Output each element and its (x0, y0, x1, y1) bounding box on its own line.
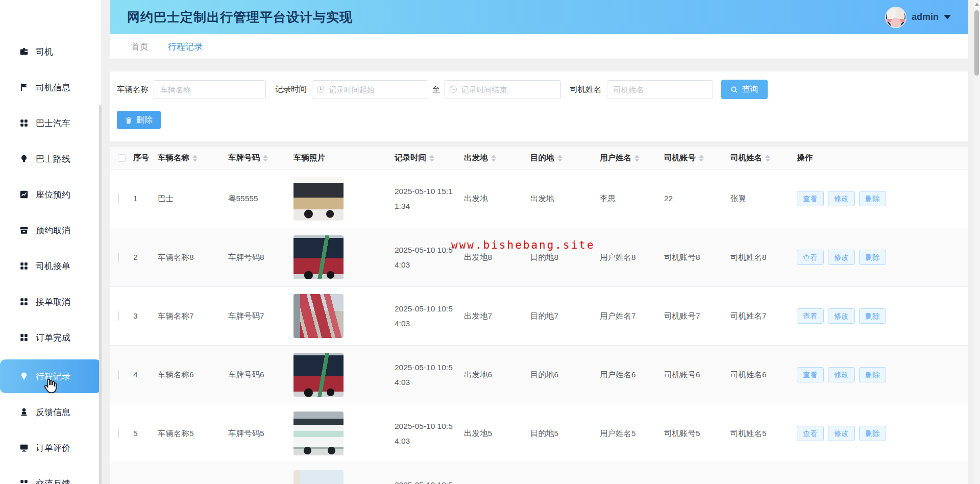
view-button[interactable]: 查看 (797, 426, 824, 441)
scroll-up-icon[interactable] (975, 3, 979, 6)
edit-button[interactable]: 修改 (828, 250, 855, 265)
edit-button[interactable]: 修改 (828, 191, 855, 206)
sort-icon[interactable] (634, 155, 640, 162)
user-menu[interactable]: admin (885, 7, 951, 28)
sort-icon[interactable] (429, 155, 434, 162)
tab-home[interactable]: 首页 (131, 41, 149, 53)
view-button[interactable]: 查看 (797, 308, 824, 324)
sidebar-item-driver[interactable]: 司机 (0, 35, 101, 68)
vehicle-photo (293, 353, 344, 397)
sidebar-item-label: 司机 (36, 46, 53, 58)
sidebar-item-exchange-feedback[interactable]: 交流反馈 (0, 467, 101, 484)
row-checkbox[interactable] (118, 370, 119, 379)
view-button[interactable]: 查看 (797, 367, 824, 382)
sort-icon[interactable] (765, 155, 770, 162)
sidebar-item-label: 行程记录 (36, 371, 70, 382)
sidebar-item-accept-cancel[interactable]: 接单取消 (0, 285, 101, 319)
cell-vehicle-name: 车辆名称8 (156, 252, 226, 263)
view-button[interactable]: 查看 (797, 191, 824, 206)
sidebar-item-driver-info[interactable]: 司机信息 (0, 70, 101, 104)
cell-user: 用户姓名8 (598, 252, 662, 263)
clock-icon (317, 86, 324, 93)
sort-icon[interactable] (699, 155, 704, 162)
sidebar-item-label: 订单完成 (36, 332, 70, 344)
delete-row-button[interactable]: 删除 (859, 250, 886, 265)
delete-row-button[interactable]: 删除 (859, 367, 886, 382)
cell-time: 2025-05-10 10:54:03 (393, 360, 462, 390)
cell-from: 出发地6 (462, 370, 528, 380)
cell-to: 目的地7 (528, 311, 598, 322)
vehicle-photo (293, 177, 344, 221)
sort-icon[interactable] (192, 155, 198, 162)
cell-user: 用户姓名6 (598, 370, 662, 380)
driver-name-input[interactable] (607, 80, 713, 99)
grid-icon (19, 297, 29, 306)
bulb-icon (19, 154, 29, 163)
col-actions: 操作 (797, 153, 813, 163)
sidebar-item-bus-route[interactable]: 巴士路线 (0, 142, 101, 176)
cell-to: 目的地5 (528, 428, 598, 439)
cell-driver-account: 司机账号7 (662, 311, 728, 322)
table-header-row: 序号 车辆名称 车牌号码 车辆照片 记录时间 出发地 目的地 用户姓名 司机账号… (110, 147, 968, 170)
record-time-label: 记录时间 (275, 84, 307, 95)
edit-button[interactable]: 修改 (828, 367, 855, 382)
sidebar-item-bus-vehicle[interactable]: 巴士汽车 (0, 106, 101, 140)
sidebar-item-feedback-info[interactable]: 反馈信息 (0, 395, 101, 429)
sidebar-scrollbar[interactable] (99, 105, 102, 484)
cell-driver-name: 司机姓名7 (728, 311, 795, 322)
cell-user: 李思 (598, 193, 662, 204)
delete-row-button[interactable]: 删除 (859, 308, 886, 324)
edit-button[interactable]: 修改 (828, 426, 855, 441)
row-checkbox[interactable] (118, 429, 119, 438)
tab-trip-records[interactable]: 行程记录 (168, 41, 203, 53)
sidebar-item-label: 座位预约 (36, 189, 70, 201)
table-row: 2 车辆名称8 车牌号码8 2025-05-10 10:54:03 出发地8 目… (110, 228, 968, 287)
sidebar-item-driver-accept[interactable]: 司机接单 (0, 249, 101, 283)
record-time-start-input[interactable] (312, 80, 428, 99)
view-button[interactable]: 查看 (797, 250, 824, 265)
cell-driver-name: 司机姓名6 (728, 370, 795, 380)
chart-icon (19, 190, 29, 199)
scrollbar-thumb[interactable] (974, 10, 979, 76)
sort-icon[interactable] (557, 155, 562, 162)
briefcase-icon (19, 47, 29, 56)
cell-plate: 车牌号码7 (226, 311, 291, 322)
row-checkbox[interactable] (118, 311, 119, 321)
delete-row-button[interactable]: 删除 (859, 191, 886, 206)
col-plate: 车牌号码 (228, 153, 260, 163)
record-time-end-input[interactable] (445, 80, 561, 99)
page-scrollbar[interactable] (973, 0, 980, 484)
sidebar-item-reservation-cancel[interactable]: 预约取消 (0, 213, 101, 247)
grid-icon (19, 118, 29, 128)
sort-icon[interactable] (263, 155, 268, 162)
sidebar-item-label: 反馈信息 (36, 406, 70, 418)
cell-from: 出发地7 (462, 311, 528, 322)
col-to: 目的地 (530, 153, 554, 163)
sidebar-item-seat-reservation[interactable]: 座位预约 (0, 178, 101, 211)
archive-icon (19, 226, 29, 235)
col-driver-name: 司机姓名 (730, 153, 762, 163)
avatar[interactable] (885, 7, 906, 28)
col-vehicle-name: 车辆名称 (158, 153, 189, 163)
cell-vehicle-name: 车辆名称5 (156, 428, 226, 439)
vehicle-name-input[interactable] (154, 80, 266, 99)
col-driver-account: 司机账号 (664, 153, 696, 163)
cell-user: 用户姓名5 (598, 428, 662, 439)
row-checkbox[interactable] (118, 253, 119, 262)
col-from: 出发地 (464, 153, 488, 163)
select-all-checkbox[interactable] (118, 154, 126, 162)
cell-plate: 车牌号码8 (226, 252, 291, 263)
vehicle-photo (293, 235, 344, 279)
watermark-text: www.bishebang.site (451, 239, 595, 251)
delete-row-button[interactable]: 删除 (859, 426, 886, 441)
delete-button[interactable]: 删除 (117, 111, 161, 129)
search-button[interactable]: 查询 (721, 80, 768, 99)
sort-icon[interactable] (491, 155, 496, 162)
sidebar-item-trip-records[interactable]: 行程记录 (0, 359, 101, 393)
edit-button[interactable]: 修改 (828, 308, 855, 324)
chevron-down-icon[interactable] (944, 15, 951, 19)
sidebar-item-order-review[interactable]: 订单评价 (0, 431, 101, 465)
sidebar-item-label: 订单评价 (36, 442, 70, 454)
row-checkbox[interactable] (118, 194, 119, 203)
sidebar-item-order-complete[interactable]: 订单完成 (0, 321, 101, 354)
